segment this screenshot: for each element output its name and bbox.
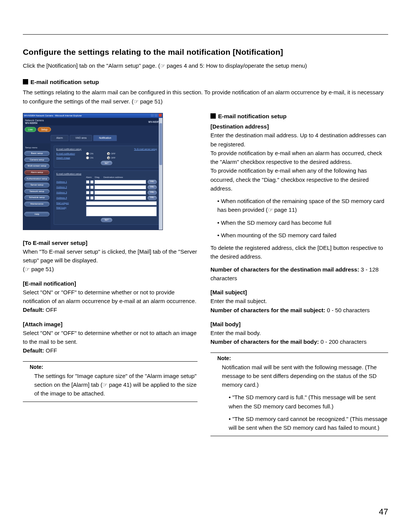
email-notification-group: E-mail notification setup To E-mail serv… bbox=[54, 146, 159, 168]
section-body: The settings relating to the alarm mail … bbox=[23, 88, 388, 106]
note-block-right: Note: Notification mail will be sent wit… bbox=[210, 353, 388, 437]
bullet-2: • When the SD memory card has become ful… bbox=[210, 218, 388, 227]
email-notification-text: Select "ON" or "OFF" to determine whethe… bbox=[23, 289, 196, 304]
tab-alarm[interactable]: Alarm bbox=[51, 135, 68, 141]
sidebar-item-server[interactable]: Server setup bbox=[24, 183, 49, 187]
sidebar-item-schedule[interactable]: Schedule setup bbox=[24, 195, 49, 200]
sidebar-item-camera[interactable]: Camera setup bbox=[24, 157, 49, 162]
address2-del-button[interactable]: DEL bbox=[148, 185, 157, 189]
address4-del-button[interactable]: DEL bbox=[148, 196, 157, 200]
bullet-3: • When mounting of the SD memory card fa… bbox=[210, 231, 388, 240]
sidebar-item-maintenance[interactable]: Maintenance bbox=[24, 202, 49, 206]
address2-label[interactable]: Address 2 bbox=[56, 186, 86, 189]
mail-body-label[interactable]: Mail body bbox=[56, 206, 86, 209]
square-bullet-icon bbox=[210, 113, 216, 119]
set-button[interactable]: SET bbox=[101, 161, 112, 165]
sidebar-item-help[interactable]: Help bbox=[24, 212, 49, 217]
email-off-radio[interactable]: OFF bbox=[107, 152, 115, 155]
note-bullet-2: • "The SD memory card cannot be recogniz… bbox=[210, 414, 388, 432]
mail-subject-input[interactable] bbox=[86, 201, 157, 205]
address2-alarm-checkbox[interactable] bbox=[86, 186, 89, 189]
mail-subject-heading: [Mail subject] bbox=[210, 289, 247, 295]
sidebar-item-alarm[interactable]: Alarm setup bbox=[24, 170, 49, 175]
tab-vmd-area[interactable]: VMD area bbox=[70, 135, 92, 141]
address1-diag-checkbox[interactable] bbox=[90, 180, 94, 184]
attach-image-heading: [Attach image] bbox=[23, 321, 62, 327]
attach-off-radio[interactable]: OFF bbox=[107, 156, 115, 159]
sidebar-item-auth[interactable]: Authentication setup bbox=[24, 176, 49, 181]
address3-diag-checkbox[interactable] bbox=[90, 191, 94, 194]
minimize-icon[interactable] bbox=[151, 114, 154, 117]
right-section-heading: E-mail notification setup bbox=[210, 113, 388, 120]
close-icon[interactable] bbox=[159, 114, 162, 117]
attach-image-text: Select "ON" or "OFF" to determine whethe… bbox=[23, 330, 197, 345]
address1-input[interactable] bbox=[94, 180, 146, 184]
sidebar-item-basic[interactable]: Basic setup bbox=[24, 151, 49, 156]
maximize-icon[interactable] bbox=[155, 114, 158, 117]
live-button[interactable]: Live bbox=[25, 127, 36, 132]
address3-alarm-checkbox[interactable] bbox=[86, 191, 89, 194]
email-notification-heading: [E-mail notification] bbox=[23, 280, 76, 287]
page-title: Configure the settings relating to the m… bbox=[23, 48, 388, 57]
address4-input[interactable] bbox=[94, 196, 146, 200]
address1-del-button[interactable]: DEL bbox=[148, 180, 157, 184]
address2-input[interactable] bbox=[94, 185, 146, 189]
to-email-server-text: When "To E-mail server setup" is clicked… bbox=[23, 248, 197, 264]
address3-label[interactable]: Address 3 bbox=[56, 191, 86, 194]
address3-del-button[interactable]: DEL bbox=[148, 191, 157, 195]
settings-screenshot: WV-NS954 Network Camera - Microsoft Inte… bbox=[23, 113, 163, 230]
destination-address-heading: [Destination address] bbox=[210, 123, 269, 130]
scrollbar[interactable] bbox=[159, 118, 162, 230]
tab-notification[interactable]: Notification bbox=[93, 135, 117, 141]
window-titlebar: WV-NS954 Network Camera - Microsoft Inte… bbox=[23, 113, 162, 118]
set-button-2[interactable]: SET bbox=[101, 218, 112, 222]
address3-input[interactable] bbox=[94, 191, 146, 195]
email-notification-label[interactable]: E-mail notification bbox=[56, 152, 86, 155]
note-block-left: Note: The settings for "Image capture si… bbox=[23, 361, 198, 402]
attach-on-radio[interactable]: ON bbox=[86, 156, 93, 159]
page-number: 47 bbox=[379, 507, 388, 517]
sidebar: Setup menu Basic setup Camera setup Mult… bbox=[23, 143, 51, 230]
to-email-server-link[interactable]: To E-mail server setup bbox=[134, 148, 157, 151]
note-bullet-1: • "The SD memory card is full." (This me… bbox=[210, 393, 388, 411]
destination-group: E-mail notification setup Alarm Diag. De… bbox=[54, 170, 159, 224]
email-on-radio[interactable]: ON bbox=[86, 152, 93, 155]
address2-diag-checkbox[interactable] bbox=[90, 186, 94, 189]
app-header: Network Camera WV-NS954 WV-NS954 bbox=[23, 118, 162, 125]
window-buttons bbox=[150, 114, 162, 118]
address4-label[interactable]: Address 4 bbox=[56, 197, 86, 199]
mail-body-heading: [Mail body] bbox=[210, 321, 241, 327]
address4-diag-checkbox[interactable] bbox=[90, 196, 94, 200]
square-bullet-icon bbox=[23, 79, 28, 84]
section-heading: E-mail notification setup bbox=[23, 79, 388, 86]
attach-image-label[interactable]: Attach image bbox=[56, 157, 86, 159]
bullet-1: • When notification of the remaining spa… bbox=[210, 197, 388, 214]
mail-subject-label[interactable]: Mail subject bbox=[56, 202, 86, 205]
setup-button[interactable]: Setup bbox=[38, 127, 51, 132]
intro-text: Click the [Notification] tab on the "Ala… bbox=[23, 61, 388, 70]
address4-alarm-checkbox[interactable] bbox=[86, 196, 89, 200]
address1-label[interactable]: Address 1 bbox=[56, 181, 86, 183]
sidebar-item-network[interactable]: Network setup bbox=[24, 189, 49, 194]
sidebar-item-multiscreen[interactable]: Multi-screen setup bbox=[24, 164, 49, 168]
mail-body-input[interactable] bbox=[86, 206, 157, 216]
to-email-server-ref: (☞ page 51) bbox=[23, 266, 54, 272]
address1-alarm-checkbox[interactable] bbox=[86, 180, 89, 184]
to-email-server-heading: [To E-mail server setup] bbox=[23, 240, 88, 246]
